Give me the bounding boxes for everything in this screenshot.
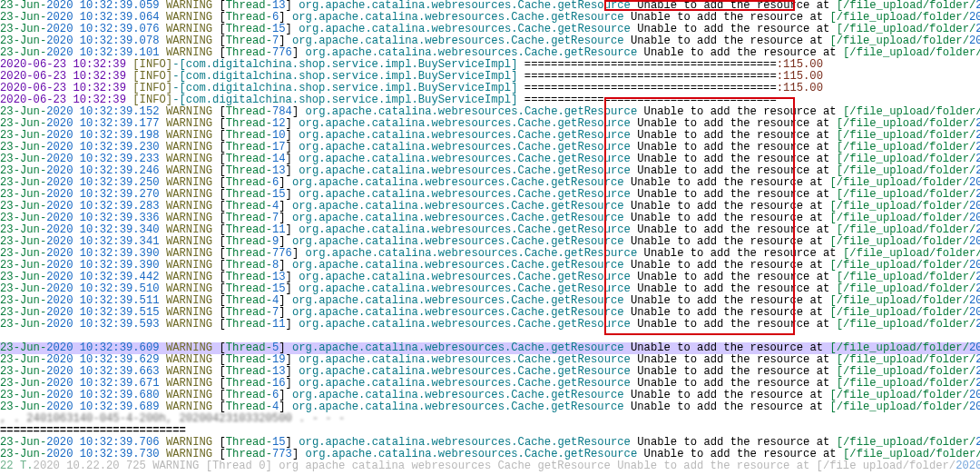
- obfuscated-line: , . 2401063140-045-4-200h, 2020042310332…: [0, 413, 980, 425]
- log-line-truncated: 22 T.2020 10.22.20 725 WARNING [Thread 0…: [0, 460, 980, 472]
- log-line: 23-Jun-2020 10:32:39.593 WARNING [Thread…: [0, 319, 980, 331]
- log-viewer[interactable]: 23-Jun-2020 10:32:39.059 WARNING [Thread…: [0, 0, 980, 472]
